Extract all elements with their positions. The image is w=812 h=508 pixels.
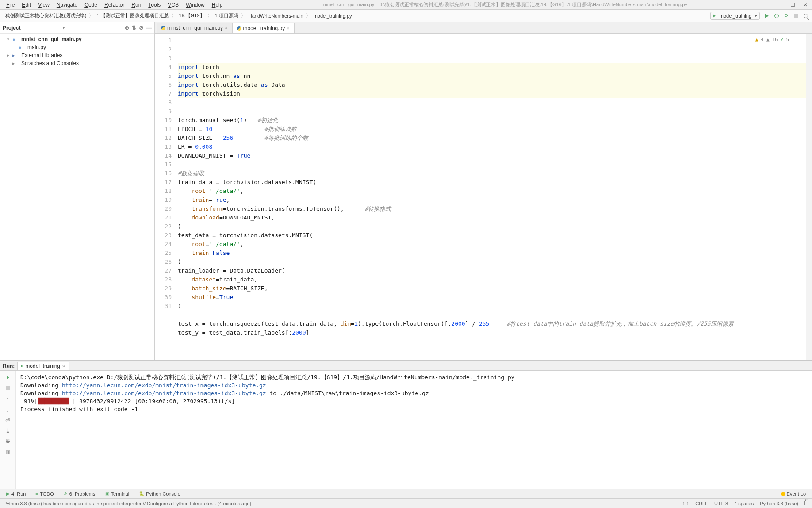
menu-navigate[interactable]: Navigate xyxy=(53,1,81,9)
line-gutter: 1234567891011121314151617181920212223242… xyxy=(155,34,176,360)
code-line: train=False xyxy=(178,249,806,258)
close-icon[interactable]: × xyxy=(287,26,289,31)
code-editor[interactable]: 1234567891011121314151617181920212223242… xyxy=(155,34,812,360)
editor-area: mnist_cnn_gui_main.py × model_training.p… xyxy=(155,22,812,360)
chevron-icon: 〉 xyxy=(241,12,246,19)
menu-edit[interactable]: Edit xyxy=(18,1,34,9)
tree-item[interactable]: ▸ External Libraries xyxy=(0,51,154,59)
warning-count: 4 xyxy=(761,35,764,44)
tree-item[interactable]: Scratches and Consoles xyxy=(0,59,154,67)
editor-scrollbar[interactable] xyxy=(806,34,812,360)
stop-button[interactable] xyxy=(4,384,12,392)
soft-wrap-button[interactable]: ⏎ xyxy=(4,416,12,424)
tool-tab[interactable]: 🐍 Python Console xyxy=(134,490,185,497)
line-number: 30 xyxy=(155,293,172,302)
settings-icon[interactable]: ⚙ xyxy=(139,25,144,31)
select-opened-file-icon[interactable]: ⊕ xyxy=(125,25,129,31)
line-number: 27 xyxy=(155,266,172,275)
interpreter-info[interactable]: Python 3.8 (base) xyxy=(760,501,798,506)
lib-icon xyxy=(12,53,19,58)
py-icon xyxy=(19,45,26,50)
tool-tab-icon: 🐍 xyxy=(139,491,144,496)
menu-window[interactable]: Window xyxy=(182,1,208,9)
maximize-button[interactable]: ☐ xyxy=(789,2,797,8)
menu-view[interactable]: View xyxy=(34,1,53,9)
file-encoding[interactable]: UTF-8 xyxy=(714,501,728,506)
menu-code[interactable]: Code xyxy=(81,1,101,9)
editor-tab[interactable]: model_training.py × xyxy=(233,23,295,33)
run-output[interactable]: D:\code\conda\python.exe D:/猿创测试正常核心资料汇总… xyxy=(16,371,812,489)
tool-tab-label: TODO xyxy=(40,491,54,496)
breadcrumb-item[interactable]: model_training.py xyxy=(311,13,355,19)
dropdown-icon[interactable]: ▼ xyxy=(61,26,67,30)
rerun-button[interactable] xyxy=(4,373,12,381)
tool-tab[interactable]: ▶ 4: Run xyxy=(2,490,30,497)
status-message[interactable]: Python 3.8 (base) has been configured as… xyxy=(4,501,682,506)
menu-vcs[interactable]: VCS xyxy=(164,1,182,9)
expand-all-icon[interactable]: ⇅ xyxy=(132,25,136,31)
print-button[interactable]: 🖶 xyxy=(4,437,12,445)
close-icon[interactable]: ✕ xyxy=(62,364,65,369)
menu-refactor[interactable]: Refactor xyxy=(101,1,128,9)
code-line: LR = 0.008 xyxy=(178,142,806,151)
run-config-selector[interactable]: model_training xyxy=(710,12,760,20)
tree-item[interactable]: main.py xyxy=(0,43,154,51)
line-number: 5 xyxy=(155,72,172,81)
menu-tools[interactable]: Tools xyxy=(145,1,164,9)
check-icon: ✔ xyxy=(781,35,784,44)
line-number: 20 xyxy=(155,204,172,213)
tree-item[interactable]: ▾ mnist_cnn_gui_main.py xyxy=(0,35,154,43)
line-number: 8 xyxy=(155,98,172,107)
read-only-toggle[interactable] xyxy=(804,501,808,506)
inspection-summary[interactable]: ▲4 ▲16 ✔5 xyxy=(755,35,789,44)
output-line: D:\code\conda\python.exe D:/猿创测试正常核心资料汇总… xyxy=(20,373,808,381)
breadcrumb-item[interactable]: HandWriteNumbers-main xyxy=(246,13,306,19)
scroll-to-end-button[interactable]: ⤓ xyxy=(4,427,12,435)
tab-label: model_training.py xyxy=(243,25,285,31)
code-line: EPOCH = 10 #批训练次数 xyxy=(178,125,806,134)
stop-button[interactable] xyxy=(793,12,800,19)
tool-tab-label: Python Console xyxy=(146,491,180,496)
line-number: 24 xyxy=(155,240,172,249)
tool-tab[interactable]: ⚠ 6: Problems xyxy=(59,490,100,497)
menu-file[interactable]: File xyxy=(3,1,18,9)
tool-tab-icon: ≡ xyxy=(35,491,38,496)
close-button[interactable]: ✕ xyxy=(801,2,809,8)
run-config-tab[interactable]: model_training ✕ xyxy=(17,362,69,370)
line-separator[interactable]: CRLF xyxy=(695,501,708,506)
caret-position[interactable]: 1:1 xyxy=(682,501,689,506)
editor-tab[interactable]: mnist_cnn_gui_main.py × xyxy=(157,23,233,33)
code-line: train=True, xyxy=(178,196,806,204)
stop-icon xyxy=(6,386,10,390)
close-icon[interactable]: × xyxy=(225,25,227,31)
indent-info[interactable]: 4 spaces xyxy=(734,501,754,506)
clear-button[interactable]: 🗑 xyxy=(4,448,12,456)
project-tree[interactable]: ▾ mnist_cnn_gui_main.py main.py ▸ Extern… xyxy=(0,34,154,69)
breadcrumb-item[interactable]: 1.【测试正常】图像处理项目汇总 xyxy=(94,12,171,19)
menu-help[interactable]: Help xyxy=(208,1,226,9)
code-line xyxy=(178,160,806,169)
run-button[interactable] xyxy=(763,12,770,19)
run-panel-title: Run: xyxy=(3,363,15,369)
breadcrumb-item[interactable]: 19.【G19】 xyxy=(176,12,207,19)
tool-tab[interactable]: ≡ TODO xyxy=(31,490,58,497)
code-content[interactable]: ▲4 ▲16 ✔5 import torchimport torch.nn as… xyxy=(176,34,806,360)
event-log-button[interactable]: Event Lo xyxy=(777,490,810,497)
status-bar: Python 3.8 (base) has been configured as… xyxy=(0,498,812,508)
minimize-button[interactable]: — xyxy=(775,2,784,8)
search-everywhere-button[interactable] xyxy=(802,12,809,19)
play-icon xyxy=(7,376,9,379)
project-tool-window: Project ▼ ⊕ ⇅ ⚙ — ▾ mnist_cnn_gui_main.p… xyxy=(0,22,155,360)
breadcrumb-item[interactable]: 1.项目源码 xyxy=(212,12,241,19)
run-config-tab-label: model_training xyxy=(25,363,60,369)
menu-run[interactable]: Run xyxy=(128,1,145,9)
up-button[interactable]: ↑ xyxy=(4,395,12,403)
tool-tab[interactable]: ▣ Terminal xyxy=(101,490,134,497)
code-line xyxy=(178,311,806,319)
breadcrumb-item[interactable]: 猿创测试正常核心资料汇总(测试完毕) xyxy=(3,12,89,19)
run-coverage-button[interactable]: ⟳ xyxy=(783,12,790,19)
project-pane-title[interactable]: Project xyxy=(3,25,61,31)
hide-icon[interactable]: — xyxy=(146,25,152,31)
debug-button[interactable] xyxy=(773,12,780,19)
down-button[interactable]: ↓ xyxy=(4,405,12,413)
